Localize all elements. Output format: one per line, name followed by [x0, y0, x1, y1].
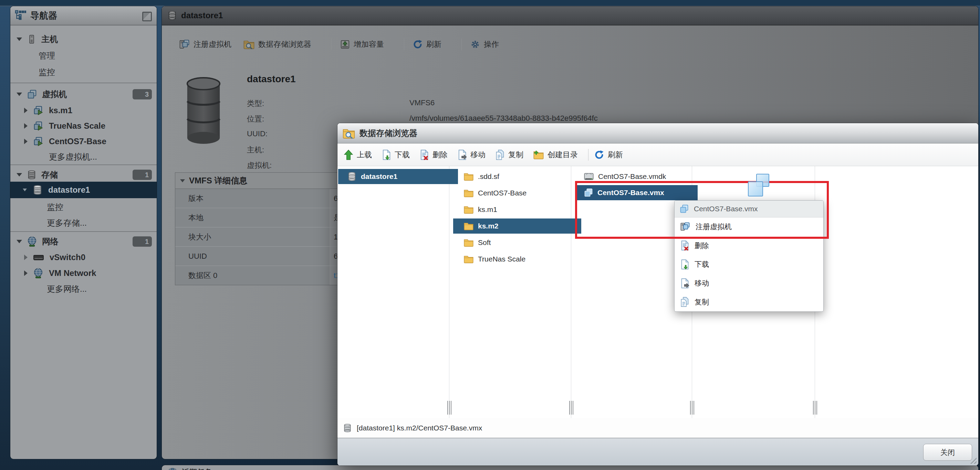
column-item-file-vmdk[interactable]: CentOS7-Base.vmdk	[575, 169, 700, 184]
datastore-browser-icon	[342, 128, 355, 139]
actions-button[interactable]: 操作	[470, 39, 499, 49]
top-strip	[0, 0, 980, 6]
browser-columns: datastore1 .sdd.sf CentOS7-Base ks.m1 ks…	[337, 166, 978, 418]
navigator-title: 导航器	[30, 10, 57, 22]
divider	[10, 231, 157, 232]
menu-item-copy[interactable]: 复制	[675, 292, 823, 311]
folder-icon	[463, 222, 474, 230]
download-icon	[382, 150, 391, 160]
column-item-folder-truenas[interactable]: TrueNas Scale	[453, 251, 581, 267]
sidebar-item-vm-truenas[interactable]: TrueNas Scale	[10, 118, 157, 133]
create-directory-button[interactable]: 创建目录	[533, 150, 578, 160]
sidebar-item-more-vms[interactable]: 更多虚拟机...	[10, 149, 157, 165]
sidebar-item-vswitch0[interactable]: vSwitch0	[10, 250, 157, 265]
menu-item-move[interactable]: 移动	[675, 274, 823, 293]
folder-icon	[463, 255, 474, 264]
pane-separator[interactable]	[449, 166, 449, 418]
column-item-folder-ksm1[interactable]: ks.m1	[453, 202, 581, 217]
toolbar-separator	[588, 149, 589, 161]
sidebar-item-vm-network[interactable]: VM Network	[10, 266, 157, 281]
dialog-refresh-button[interactable]: 刷新	[594, 150, 623, 160]
column-item-file-vmx[interactable]: CentOS7-Base.vmx	[575, 185, 698, 200]
move-icon	[457, 150, 467, 160]
menu-item-register-vm[interactable]: 注册虚拟机	[675, 218, 823, 237]
sidebar-item-host[interactable]: 主机	[10, 32, 157, 47]
register-vm-button[interactable]: 注册虚拟机	[179, 39, 231, 50]
folder-icon	[463, 205, 474, 214]
column-item-folder-soft[interactable]: Soft	[453, 235, 581, 250]
sidebar-item-networking[interactable]: 网络 1	[10, 234, 157, 249]
pane-resize-handle[interactable]	[812, 401, 818, 414]
delete-button[interactable]: 删除	[419, 150, 448, 160]
caret-down-icon[interactable]	[16, 38, 22, 41]
sidebar-item-vm-ks-m1[interactable]: ks.m1	[10, 103, 157, 118]
vm-running-icon	[33, 136, 43, 146]
caret-down-icon[interactable]	[16, 240, 22, 243]
info-label-vms: 虚拟机:	[247, 160, 272, 171]
sidebar-item-monitor-host[interactable]: 监控	[10, 65, 157, 80]
sidebar-item-vm-centos7[interactable]: CentOS7-Base	[10, 134, 157, 149]
register-vm-icon	[680, 222, 690, 232]
sidebar-item-manage[interactable]: 管理	[10, 48, 157, 63]
recent-tasks-icon	[168, 468, 177, 470]
navigator-header: 导航器	[10, 6, 157, 25]
vm-running-icon	[33, 105, 43, 116]
datastore-icon	[32, 184, 43, 195]
gear-icon	[470, 39, 480, 49]
datastore-icon	[347, 171, 357, 182]
move-button[interactable]: 移动	[457, 150, 485, 160]
sidebar-item-more-storage[interactable]: 更多存储...	[10, 215, 157, 230]
sidebar-item-more-networks[interactable]: 更多网络...	[10, 281, 157, 297]
download-button[interactable]: 下载	[382, 150, 410, 160]
close-button[interactable]: 关闭	[923, 444, 972, 461]
network-count-badge: 1	[132, 237, 152, 247]
tab-datastore1[interactable]: datastore1	[181, 11, 223, 20]
refresh-button[interactable]: 刷新	[412, 39, 441, 49]
caret-right-icon[interactable]	[24, 123, 27, 129]
caret-right-icon[interactable]	[24, 139, 27, 144]
column-item-folder-centos7[interactable]: CentOS7-Base	[453, 186, 581, 201]
refresh-icon	[594, 150, 605, 160]
divider	[10, 83, 157, 83]
vmdk-disk-icon	[584, 172, 594, 181]
caret-down-icon[interactable]	[16, 173, 22, 176]
vmx-vm-icon	[584, 188, 593, 197]
dialog-title-bar[interactable]: 数据存储浏览器	[337, 123, 978, 143]
vm-icon	[27, 89, 37, 99]
caret-right-icon[interactable]	[24, 255, 27, 260]
datastore-browser-button[interactable]: 数据存储浏览器	[243, 39, 311, 49]
navigator-tree-icon	[14, 10, 26, 21]
column-item-folder-sdd[interactable]: .sdd.sf	[453, 169, 581, 184]
datastore-browser-dialog: 数据存储浏览器 上载 下载 删除 移动 复制	[337, 123, 978, 465]
copy-button[interactable]: 复制	[495, 150, 523, 160]
caret-right-icon[interactable]	[24, 108, 27, 113]
caret-down-icon[interactable]	[23, 189, 27, 191]
sidebar-item-datastore1[interactable]: datastore1	[10, 182, 157, 198]
caret-right-icon[interactable]	[24, 270, 27, 276]
sidebar-item-virtual-machines[interactable]: 虚拟机 3	[10, 87, 157, 102]
upload-icon	[344, 150, 353, 160]
column-item-folder-ksm2[interactable]: ks.m2	[453, 219, 581, 233]
sidebar-item-monitor-storage[interactable]: 监控	[10, 200, 157, 215]
menu-item-delete[interactable]: 删除	[675, 237, 823, 255]
menu-item-download[interactable]: 下载	[675, 255, 823, 274]
delete-icon	[419, 150, 429, 160]
column-item-datastore1[interactable]: datastore1	[338, 169, 458, 184]
sidebar-item-label: 主机	[41, 34, 58, 45]
vm-running-icon	[33, 121, 43, 131]
caret-down-icon[interactable]	[16, 92, 22, 96]
increase-capacity-button[interactable]: 增加容量	[340, 39, 384, 49]
network-globe-icon	[33, 268, 43, 279]
pane-resize-handle[interactable]	[447, 401, 452, 414]
pane-resize-handle[interactable]	[689, 401, 695, 414]
info-label-uuid: UUID:	[247, 129, 267, 138]
toolbar-separator	[331, 38, 332, 50]
pane-resize-handle[interactable]	[568, 401, 574, 414]
upload-button[interactable]: 上载	[344, 150, 372, 160]
storage-count-badge: 1	[132, 170, 152, 180]
toolbar-separator	[461, 38, 462, 50]
collapse-panel-button[interactable]	[142, 12, 152, 21]
navigator-panel: 导航器 主机 管理 监控 虚拟机 3 ks.m1	[10, 6, 157, 459]
info-label-type: 类型:	[247, 98, 264, 109]
sidebar-item-storage[interactable]: 存储 1	[10, 167, 157, 183]
